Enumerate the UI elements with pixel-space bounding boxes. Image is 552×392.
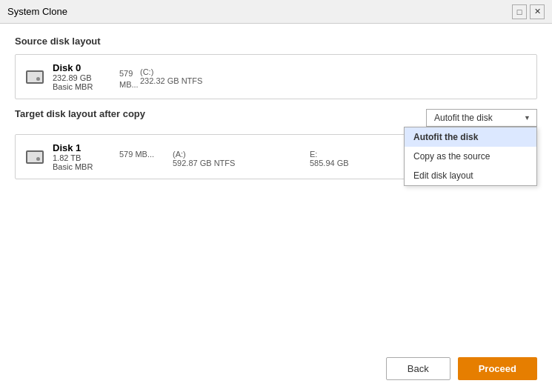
tgt-a-label: (A:) — [173, 150, 186, 159]
source-disk-icon — [24, 69, 45, 85]
source-disk-type: Basic MBR — [53, 82, 112, 91]
target-disk-info: Disk 1 1.82 TB Basic MBR — [53, 142, 112, 171]
tgt-e-label: E: — [310, 150, 317, 159]
window-title: System Clone — [7, 6, 67, 17]
source-disk-card: Disk 0 232.89 GB Basic MBR 579 MB... (C:… — [15, 54, 537, 99]
dropdown-item-copy-as-source[interactable]: Copy as the source — [405, 147, 536, 166]
title-bar: System Clone □ ✕ — [0, 0, 552, 24]
tgt-lbl-a-wrap: (A:) 592.87 GB NTFS — [173, 150, 310, 167]
hdd-icon-target — [26, 150, 44, 164]
maximize-button[interactable]: □ — [512, 4, 527, 19]
tgt-e-size: 585.94 GB — [310, 159, 349, 167]
layout-dropdown-wrapper: Autofit the disk Autofit the disk Copy a… — [426, 109, 537, 127]
dropdown-item-edit-layout[interactable]: Edit disk layout — [405, 166, 536, 185]
target-disk-type: Basic MBR — [53, 162, 112, 171]
tgt-lbl-2 — [156, 150, 173, 167]
target-disk-icon — [24, 149, 45, 165]
source-c-size: 232.32 GB NTFS — [140, 76, 288, 85]
source-disk-size: 232.89 GB — [53, 73, 112, 82]
tgt-lbl-boot: 579 MB... — [119, 150, 156, 167]
source-disk-info: Disk 0 232.89 GB Basic MBR — [53, 62, 112, 91]
tgt-boot-label: 579 MB... — [119, 150, 154, 159]
window-controls: □ ✕ — [512, 4, 545, 19]
layout-dropdown-button[interactable]: Autofit the disk — [426, 109, 537, 127]
tgt-lbl-e-wrap: E: 585.94 GB — [310, 150, 417, 167]
proceed-button[interactable]: Proceed — [458, 357, 537, 380]
close-button[interactable]: ✕ — [530, 4, 545, 19]
source-partition-bar-wrap: 579 MB... (C:) 232.32 GB NTFS — [119, 64, 528, 90]
back-button[interactable]: Back — [386, 357, 450, 380]
target-disk-name: Disk 1 — [53, 142, 112, 153]
source-c-label: (C:) — [140, 67, 288, 76]
dropdown-item-autofit[interactable]: Autofit the disk — [405, 127, 536, 147]
tgt-a-size: 592.87 GB NTFS — [173, 159, 235, 167]
source-boot-label: 579 MB... — [119, 69, 139, 89]
layout-dropdown-menu: Autofit the disk Copy as the source Edit… — [404, 127, 537, 186]
target-header: Target disk layout after copy Autofit th… — [15, 108, 537, 127]
source-lbl-c: (C:) 232.32 GB NTFS — [140, 67, 288, 90]
dialog-content: Source disk layout Disk 0 232.89 GB Basi… — [0, 24, 552, 392]
source-disk-name: Disk 0 — [53, 62, 112, 73]
target-disk-size: 1.82 TB — [53, 153, 112, 162]
source-section-label: Source disk layout — [15, 36, 537, 47]
hdd-icon — [26, 70, 44, 84]
target-section-label: Target disk layout after copy — [15, 108, 145, 119]
source-partition-labels: 579 MB... (C:) 232.32 GB NTFS — [119, 67, 528, 90]
footer: Back Proceed — [15, 348, 537, 380]
source-lbl-boot: 579 MB... — [119, 67, 140, 90]
